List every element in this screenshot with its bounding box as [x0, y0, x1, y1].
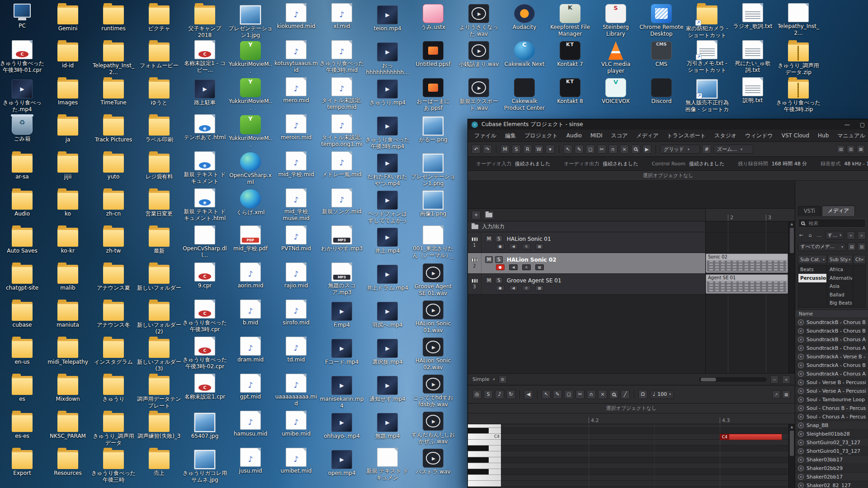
desktop-icon[interactable]: OpenCvSharp.xml [228, 151, 273, 186]
desktop-icon[interactable]: MP3わかりやす.mp3 [320, 225, 364, 252]
desktop-icon[interactable]: ↗無人販売不正行為画像 - ショートカッ... [685, 77, 729, 114]
desktop-icon[interactable]: がるー.png [411, 114, 455, 143]
setup-window-layout-icon[interactable]: ▤ [837, 145, 845, 153]
desktop-icon[interactable]: C9.cpr [183, 262, 227, 289]
desktop-icon[interactable]: ゆうと [137, 77, 181, 106]
piano-key[interactable] [468, 440, 501, 446]
desktop-icon[interactable]: ▶無題.mp4 [365, 410, 410, 440]
desktop-icon[interactable]: 新しいフォルダー [137, 262, 181, 291]
media-result-row[interactable]: Soul - Chorus B - Percuss... [795, 404, 868, 413]
media-result-row[interactable]: Shaker02bb17 [795, 473, 868, 481]
desktop-icon[interactable]: 001_東北きりたん（ノーマル）_今じゃ... [411, 225, 455, 260]
desktop-icon[interactable]: ♪meroin.mid [274, 114, 318, 141]
desktop-icon[interactable]: ♪sirofo.mid [274, 299, 318, 326]
desktop-icon[interactable]: Cakewalk Product Center [502, 77, 547, 112]
desktop-icon[interactable]: VLC media player [594, 40, 638, 75]
desktop-icon[interactable]: ▶Fコード.mp4 [320, 336, 364, 366]
acoustic-feedback-icon[interactable]: ♪ [495, 390, 504, 399]
split-tool[interactable]: ✂ [597, 145, 606, 154]
media-result-row[interactable]: Soul - Chorus A - Percuss... [795, 413, 868, 421]
media-result-row[interactable]: Shaker03bb17 [795, 455, 868, 464]
project-ruler[interactable]: 23 [706, 209, 795, 221]
monitor-button[interactable]: ◀ [509, 244, 518, 249]
loop-icon[interactable]: ↻ [506, 390, 515, 399]
mute-button[interactable]: M [485, 235, 493, 242]
desktop-icon[interactable]: プレゼンテーション1.png [411, 151, 455, 188]
piano-key[interactable] [468, 475, 501, 481]
desktop-icon[interactable]: ♪hamusu.mid [228, 410, 273, 437]
desktop-icon[interactable]: きゅうりガコレ用サムネ.jpg [183, 447, 227, 484]
track-row[interactable]: 3MSGroove Agent SE 01●◀e▦ [468, 274, 705, 295]
pin-icon[interactable]: ◎ [472, 390, 481, 399]
desktop-icon[interactable]: ▶ohhayo-.mp4 [320, 410, 364, 440]
desktop-icon[interactable]: ♪タイトル未設定, tempo.ong1.mid [320, 114, 364, 149]
desktop-icon[interactable]: Resources [46, 447, 90, 477]
media-result-row[interactable]: Sleighbell01bb28 [795, 430, 868, 438]
desktop-icon[interactable]: ▶バストラ.wav [411, 447, 455, 475]
desktop-icon[interactable]: KTKontakt 7 [548, 40, 592, 68]
erase-tool[interactable]: ◻ [586, 145, 595, 154]
mute-button[interactable]: M [485, 277, 493, 284]
desktop-icon[interactable]: ▶HALion Sonic 02.wav [411, 336, 455, 371]
automation-s-button[interactable]: S [512, 145, 521, 154]
desktop-icon[interactable]: 新しいフォルダー (3) [137, 336, 181, 373]
media-result-row[interactable]: Soul - Verse A - Percussio... [795, 387, 868, 395]
instrument-icon[interactable]: ▦ [535, 244, 544, 249]
filter-item[interactable]: Asia [828, 282, 852, 291]
menu-item[interactable]: MIDI [590, 132, 603, 139]
automation-mode-dropdown[interactable]: ▾ [546, 145, 555, 154]
snap-grid-button[interactable]: # [702, 145, 711, 154]
filter-item[interactable]: Percussion [798, 274, 826, 282]
desktop-icon[interactable]: ♪gpt.mid [228, 373, 273, 400]
piano-key[interactable] [468, 481, 501, 487]
editor-vertical-scrollbar[interactable]: ▲ [788, 424, 795, 488]
note-grid[interactable]: C4 [501, 424, 788, 488]
grid-type-dropdown[interactable]: グリッド▾ [660, 145, 700, 154]
desktop-icon[interactable]: jijii [46, 151, 90, 180]
scroll-up-arrow[interactable]: ▲ [789, 424, 795, 430]
desktop-icon[interactable]: es [0, 373, 44, 403]
desktop-icon[interactable]: Export [0, 447, 44, 477]
menu-item[interactable]: メディア [636, 132, 658, 140]
attributes-view-icon[interactable]: ▥ [858, 243, 866, 251]
mute-tool[interactable]: × [598, 390, 607, 399]
media-result-row[interactable]: SoundtrackB - Chorus A - [795, 335, 868, 344]
media-result-row[interactable]: Snap_BB [795, 421, 868, 430]
desktop-icon[interactable]: ♪rajio.mid [274, 262, 318, 289]
desktop-icon[interactable]: 説明.txt [731, 77, 775, 104]
desktop-icon[interactable]: yuto [91, 151, 136, 180]
desktop-icon[interactable]: CMSCMS [639, 40, 684, 68]
desktop-icon[interactable]: Cきゅうり食べった午後3時.cpr [183, 299, 227, 333]
desktop-icon[interactable]: ▶羽尻へ.mp4 [365, 299, 410, 328]
attribute-header[interactable]: Sub Sty.▾ [827, 255, 853, 264]
desktop-icon[interactable]: くらげ.xml [228, 188, 273, 216]
mute-button[interactable]: M [485, 256, 493, 263]
desktop-icon[interactable]: maniuta [46, 299, 90, 328]
desktop-icon[interactable]: 65407.jpg [183, 410, 227, 440]
undo-button[interactable]: ↶ [472, 145, 481, 154]
menu-item[interactable]: トランスポート [667, 132, 706, 140]
filters-view-icon[interactable]: ▤ [848, 243, 856, 251]
piano-key[interactable] [468, 446, 501, 451]
desktop-icon[interactable]: ▶井上.mp4 [365, 225, 410, 254]
desktop-icon[interactable]: 調声練習(失敗)_3 [137, 410, 181, 440]
piano-key[interactable] [468, 457, 501, 463]
desktop-icon[interactable]: 死にたい_ゅ歌詞.txt [731, 40, 775, 74]
media-result-row[interactable]: ShortGuiro02_73_127 [795, 438, 868, 447]
zoom-out-button[interactable]: − [770, 375, 778, 384]
desktop-icon[interactable]: ▶きゅうり.mp4 [365, 77, 410, 106]
desktop-icon[interactable]: ♪td.mid [274, 336, 318, 363]
desktop-icon[interactable]: PC [0, 3, 44, 29]
desktop-icon[interactable]: midi_Telepathy [46, 336, 90, 366]
menu-item[interactable]: スタジオ [714, 132, 736, 140]
filter-item[interactable]: Big Beats [828, 299, 852, 307]
desktop-icon[interactable]: ▶よりうさくなった.wav [457, 3, 501, 38]
desktop-icon[interactable]: ▶manisekarin.mp4 [320, 373, 364, 410]
snap-icon[interactable]: Ω [638, 390, 647, 399]
add-track-button[interactable]: + [472, 211, 481, 220]
piano-key[interactable] [468, 424, 501, 428]
gear-icon[interactable]: ⚙ [499, 375, 507, 384]
desktop-icon[interactable]: ♪b.mid [228, 299, 273, 326]
line-tool[interactable]: ╱ [621, 390, 630, 399]
speaker-icon[interactable]: ◀ [524, 390, 533, 399]
